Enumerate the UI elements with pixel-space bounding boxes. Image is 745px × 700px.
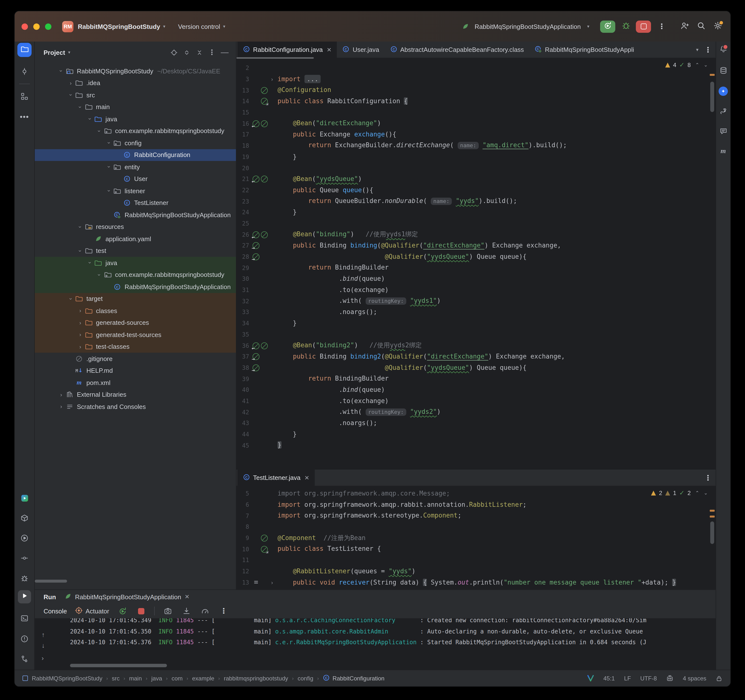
next-problem-icon[interactable]: ⌄ [704,490,708,496]
project-hscrollbar[interactable] [35,580,67,583]
scroll-down-icon[interactable]: ↓ [42,642,45,649]
breadcrumb-item[interactable]: config [298,675,313,682]
structure-icon[interactable] [19,91,30,102]
locate-file-icon[interactable] [168,46,180,58]
bean-gutter-icon[interactable] [261,176,268,182]
run-tool-button[interactable] [18,590,31,603]
tree-row[interactable]: ›Scratches and Consoles [35,401,236,413]
more-actions-button[interactable]: ⋮ [656,21,668,32]
scroll-up-icon[interactable]: ↑ [42,631,45,638]
tree-row[interactable]: CTestListener [35,197,236,209]
tree-chevron-icon[interactable]: › [77,223,83,231]
prev-problem-icon[interactable]: ⌃ [695,490,699,496]
close-icon[interactable]: ✕ [304,474,310,481]
minimize-window-button[interactable] [33,23,40,30]
navL-gutter-icon[interactable] [253,176,259,182]
stop-process-button[interactable] [136,606,147,616]
indent-setting[interactable]: 4 spaces [683,675,706,682]
bean-gutter-icon[interactable] [261,231,268,238]
tree-row[interactable]: ›resources [35,221,236,233]
breadcrumb-item[interactable]: src [112,675,120,682]
profiler-icon[interactable] [200,606,211,616]
settings-button[interactable] [712,21,724,32]
version-widget-icon[interactable] [586,675,594,682]
tree-row[interactable]: CRabbitMqSpringBootStudyApplication [35,281,236,293]
editor-tab[interactable]: CAbstractAutowireCapableBeanFactory.clas… [384,42,529,58]
tree-row[interactable]: mpom.xml [35,377,236,389]
tree-chevron-icon[interactable]: › [67,80,75,86]
file-encoding[interactable]: UTF-8 [640,675,657,682]
editor-tab[interactable]: C TestListener.java ✕ [237,470,315,486]
code-with-me-button[interactable] [678,21,690,32]
navL-gutter-icon[interactable] [253,342,259,349]
tree-chevron-icon[interactable]: › [106,163,112,171]
code-pane-testlistener[interactable]: 2 1 ✓2 ⌃ ⌄ 5import org.springframework.a… [236,486,716,597]
tree-chevron-icon[interactable]: › [77,103,83,111]
bean-gutter-icon[interactable] [261,120,268,127]
commit-icon[interactable] [19,66,30,77]
navL-gutter-icon[interactable] [253,231,259,238]
gradle-icon[interactable] [717,105,729,117]
ai-assistant-button[interactable]: ✦ [717,85,729,97]
editor-tab[interactable]: CRabbitMqSpringBootStudyAppli [530,42,640,58]
tree-chevron-icon[interactable]: › [76,308,84,314]
close-icon[interactable]: ✕ [184,593,189,600]
debug-button[interactable] [620,21,632,32]
panel-options-icon[interactable]: ⋮ [206,46,218,58]
run-anything-icon[interactable] [19,532,30,544]
build-icon[interactable] [19,512,30,524]
thread-dump-icon[interactable] [163,606,173,616]
tree-row[interactable]: M↓HELP.md [35,365,236,377]
breadcrumb-item[interactable]: main [129,675,142,682]
version-control-menu[interactable]: Version control [178,23,220,30]
project-panel-title[interactable]: Project [43,49,65,56]
editor-vscrollbar[interactable] [710,521,714,544]
lock-icon[interactable] [716,675,723,682]
tree-chevron-icon[interactable]: › [96,127,102,135]
tree-row[interactable]: ›listener [35,185,236,197]
git-branch-icon[interactable] [19,653,30,665]
search-everywhere-button[interactable] [695,21,707,32]
beanT-gutter-icon[interactable] [261,546,268,553]
endpoints-icon[interactable] [19,552,30,564]
close-icon[interactable]: ✕ [327,46,332,53]
tab-options-icon[interactable]: ⋮ [705,473,712,482]
tab-list-chevron-icon[interactable]: ▾ [696,47,699,52]
collaboration-icon[interactable] [717,125,729,137]
console-hscrollbar[interactable] [70,664,167,667]
bean-gutter-icon[interactable] [261,535,268,542]
prev-problem-icon[interactable]: ⌃ [695,62,699,67]
tree-row[interactable]: ›main [35,101,236,113]
tree-row[interactable]: ›classes [35,305,236,317]
tree-row[interactable]: .gitignore [35,353,236,365]
fold-chevron-icon[interactable]: › [271,580,278,585]
navR-gutter-icon[interactable] [253,242,259,249]
problems-icon[interactable] [19,633,30,645]
tree-chevron-icon[interactable]: › [106,187,112,195]
tree-row[interactable]: ›test [35,245,236,257]
expand-icon[interactable]: › [42,655,44,662]
heap-dump-icon[interactable] [181,606,192,616]
breadcrumb-item[interactable]: java [151,675,162,682]
tree-chevron-icon[interactable]: › [68,91,74,99]
breadcrumb-item[interactable]: rabbitmqspringbootstudy [224,675,288,682]
beanT-gutter-icon[interactable] [261,98,268,105]
tree-row[interactable]: ›generated-sources [35,317,236,329]
tree-row[interactable]: ›entity [35,161,236,173]
code-pane-rabbitconfiguration[interactable]: 4 ✓8 ⌃ ⌄ 23›import ...13@Configuration14… [236,58,716,469]
more-tool-windows-icon[interactable]: ••• [19,110,30,122]
navR-gutter-icon[interactable] [253,353,259,360]
maven-icon[interactable]: m [717,145,729,157]
caret-position[interactable]: 45:1 [603,675,615,682]
tree-row[interactable]: ›RabbitMQSpringBootStudy~/Desktop/CS/Jav… [35,65,236,77]
tree-chevron-icon[interactable]: › [76,344,84,350]
tree-chevron-icon[interactable]: › [87,115,93,123]
project-tool-button[interactable] [17,43,31,57]
tree-chevron-icon[interactable]: › [96,271,102,279]
tree-row[interactable]: ›config [35,137,236,149]
tree-row[interactable]: CUser [35,173,236,185]
tree-chevron-icon[interactable]: › [76,320,84,326]
fold-chevron-icon[interactable]: › [271,76,278,82]
tree-row[interactable]: ›java [35,113,236,125]
tree-chevron-icon[interactable]: › [68,295,74,303]
